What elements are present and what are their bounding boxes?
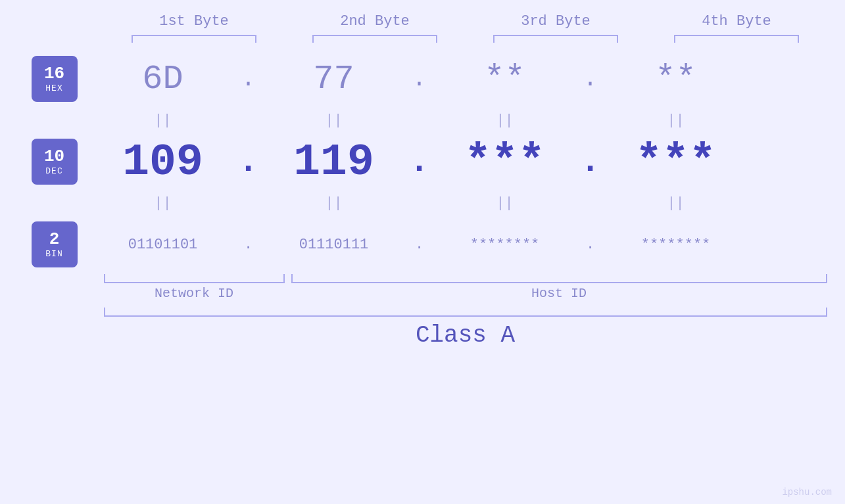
- byte2-label: 2nd Byte: [309, 13, 441, 30]
- badge-dec-num: 10: [44, 147, 64, 166]
- byte3-label: 3rd Byte: [490, 13, 621, 30]
- spacer-dec: 10 DEC: [32, 132, 78, 191]
- dec-b1: 109: [91, 137, 235, 187]
- class-bracket: [104, 308, 827, 317]
- spacer-eq2: [32, 191, 78, 215]
- badge-hex: 16 HEX: [32, 56, 78, 102]
- byte-headers: 1st Byte 2nd Byte 3rd Byte 4th Byte: [104, 13, 827, 30]
- dec-b3: ***: [433, 137, 577, 187]
- hex-b4: **: [604, 60, 748, 99]
- hex-b2: 77: [262, 60, 406, 99]
- bin-dot1: .: [235, 237, 262, 253]
- host-bracket: [291, 274, 827, 283]
- badge-bin-label: BIN: [45, 249, 62, 259]
- network-bracket: [104, 274, 285, 283]
- class-section: Class A: [104, 308, 827, 349]
- eq2-b4: ||: [604, 195, 748, 212]
- id-labels: Network ID Host ID: [104, 286, 827, 301]
- bin-b1: 01101101: [91, 237, 235, 253]
- byte1-label: 1st Byte: [128, 13, 260, 30]
- badges-column: 16 HEX 10 DEC 2 BIN: [32, 49, 78, 274]
- rows-wrapper: 6D . 77 . ** . ** || ||: [91, 49, 821, 274]
- hex-b1: 6D: [91, 60, 235, 99]
- spacer-hex: 16 HEX: [32, 49, 78, 108]
- host-id-label: Host ID: [291, 286, 827, 301]
- eq2-b1: ||: [91, 195, 235, 212]
- eq2-b3: ||: [433, 195, 577, 212]
- badge-bin: 2 BIN: [32, 221, 78, 267]
- dec-dot2: .: [406, 143, 433, 181]
- dec-dot1: .: [235, 143, 262, 181]
- eq1-b1: ||: [91, 112, 235, 129]
- badge-hex-num: 16: [44, 64, 64, 83]
- equals-row-1: || || || ||: [91, 108, 821, 132]
- bottom-section: Network ID Host ID: [104, 274, 827, 301]
- badge-dec-label: DEC: [45, 166, 62, 176]
- id-brackets: [104, 274, 827, 283]
- byte4-label: 4th Byte: [671, 13, 802, 30]
- bracket-byte4: [674, 35, 799, 43]
- network-id-label: Network ID: [104, 286, 285, 301]
- bin-b2: 01110111: [262, 237, 406, 253]
- hex-b3: **: [433, 60, 577, 99]
- dec-b4: ***: [604, 137, 748, 187]
- bin-b4: ********: [604, 237, 748, 253]
- eq1-b4: ||: [604, 112, 748, 129]
- hex-row: 6D . 77 . ** . **: [91, 49, 821, 108]
- eq1-b2: ||: [262, 112, 406, 129]
- data-section: 16 HEX 10 DEC 2 BIN: [32, 49, 821, 274]
- spacer-eq1: [32, 108, 78, 132]
- bin-b3: ********: [433, 237, 577, 253]
- badge-bin-num: 2: [49, 230, 60, 249]
- hex-dot1: .: [235, 66, 262, 93]
- class-label: Class A: [104, 322, 827, 349]
- hex-dot2: .: [406, 66, 433, 93]
- dec-b2: 119: [262, 137, 406, 187]
- bracket-byte2: [312, 35, 437, 43]
- bin-dot3: .: [577, 237, 604, 253]
- top-brackets: [104, 35, 827, 43]
- badge-hex-label: HEX: [45, 83, 62, 93]
- hex-dot3: .: [577, 66, 604, 93]
- bin-dot2: .: [406, 237, 433, 253]
- spacer-bin: 2 BIN: [32, 215, 78, 274]
- badge-dec: 10 DEC: [32, 139, 78, 185]
- bracket-byte1: [132, 35, 256, 43]
- eq1-b3: ||: [433, 112, 577, 129]
- dec-dot3: .: [577, 143, 604, 181]
- watermark: ipshu.com: [782, 487, 832, 497]
- equals-row-2: || || || ||: [91, 191, 821, 215]
- eq2-b2: ||: [262, 195, 406, 212]
- bin-row: 01101101 . 01110111 . ******** . *******…: [91, 215, 821, 274]
- dec-row: 109 . 119 . *** . ***: [91, 132, 821, 191]
- bracket-byte3: [493, 35, 618, 43]
- main-container: 1st Byte 2nd Byte 3rd Byte 4th Byte 16 H…: [0, 0, 845, 504]
